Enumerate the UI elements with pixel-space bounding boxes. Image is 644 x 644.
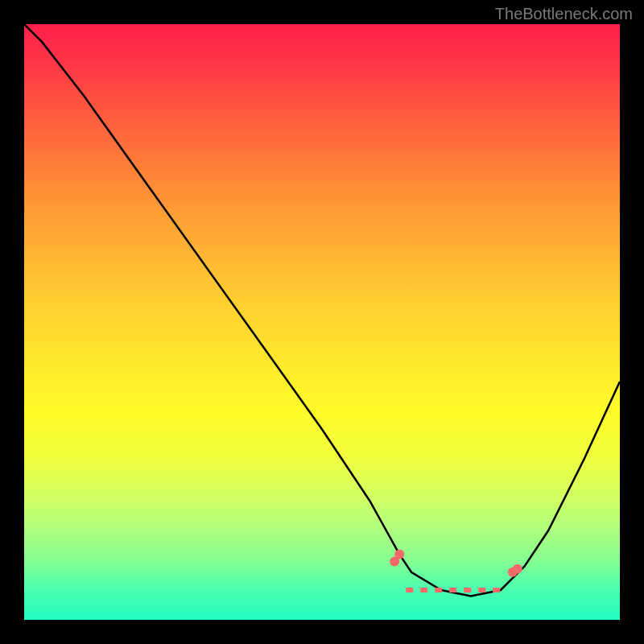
bottleneck-curve bbox=[24, 24, 620, 620]
watermark-text: TheBottleneck.com bbox=[495, 5, 633, 23]
curve-path bbox=[24, 24, 620, 596]
svg-point-1 bbox=[390, 557, 399, 567]
chart-canvas bbox=[24, 24, 620, 620]
svg-point-3 bbox=[513, 564, 522, 574]
